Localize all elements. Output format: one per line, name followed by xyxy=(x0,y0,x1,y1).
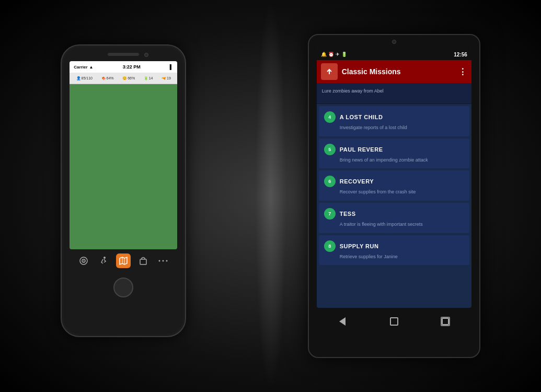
iphone-bottom-bar xyxy=(70,249,177,272)
mission-number-4: 4 xyxy=(324,111,336,123)
svg-point-44 xyxy=(159,260,160,262)
radio-tab-icon[interactable] xyxy=(76,253,91,268)
extra-value: 19 xyxy=(167,76,171,80)
mission-title-lost-child: A LOST CHILD xyxy=(340,114,383,120)
android-back-button[interactable] xyxy=(334,313,351,330)
mission-desc-lost-child: Investigate reports of a lost child xyxy=(340,125,464,131)
iphone-status-bar: Carrier ▲ 3:22 PM ▌ xyxy=(70,61,177,73)
population-value: 85/110 xyxy=(82,76,93,80)
previous-mission-text: Lure zombies away from Abel xyxy=(322,88,466,94)
morale-icon: 😊 xyxy=(122,76,127,80)
extra-stat: 🔫 19 xyxy=(162,76,171,80)
mission-item-supply-run[interactable]: 8 SUPPLY RUN Retrieve supplies for Janin… xyxy=(319,235,469,266)
iphone-screen: Carrier ▲ 3:22 PM ▌ 👤 85/110 🍖 64% 😊 66%… xyxy=(70,61,177,249)
mission-title-recovery: RECOVERY xyxy=(340,178,374,185)
center-light-beam xyxy=(255,0,286,392)
iphone-camera xyxy=(144,53,148,57)
android-action-bar: Classic Missions ⋮ xyxy=(317,60,471,83)
recents-icon xyxy=(442,318,449,325)
mission-desc-tess: A traitor is fleeing with important secr… xyxy=(340,222,464,228)
population-stat: 👤 85/110 xyxy=(76,76,93,80)
iphone-home-button[interactable] xyxy=(113,278,133,297)
plane-icon: ✈ xyxy=(336,52,340,57)
app-logo-icon xyxy=(321,63,338,80)
home-icon xyxy=(390,317,398,326)
iphone-stats-bar: 👤 85/110 🍖 64% 😊 66% 🔋 14 🔫 19 xyxy=(70,73,177,84)
morale-stat: 😊 66% xyxy=(122,76,135,80)
clock-icon: ⏰ xyxy=(328,52,334,57)
iphone-speaker xyxy=(108,53,139,56)
mission-header-supply-run: 8 SUPPLY RUN xyxy=(324,240,464,252)
food-value: 64% xyxy=(107,76,114,80)
wifi-icon: ▲ xyxy=(89,65,94,70)
mission-item-lost-child[interactable]: 4 A LOST CHILD Investigate reports of a … xyxy=(319,106,469,136)
mission-item-recovery[interactable]: 6 RECOVERY Recover supplies from the cra… xyxy=(319,170,469,201)
iphone-time: 3:22 PM xyxy=(123,64,141,70)
android-top-bezel xyxy=(309,35,479,49)
previous-mission-item[interactable]: Lure zombies away from Abel xyxy=(317,83,471,104)
iphone-device: Carrier ▲ 3:22 PM ▌ 👤 85/110 🍖 64% 😊 66%… xyxy=(61,44,186,337)
android-device: 🔔 ⏰ ✈ 🔋 12:56 Classic Missions ⋮ Lure zo… xyxy=(308,34,480,358)
mission-header-lost-child: 4 A LOST CHILD xyxy=(324,111,464,123)
supplies-stat: 🔋 14 xyxy=(144,76,153,80)
android-nav-bar xyxy=(317,310,471,333)
back-icon xyxy=(339,317,346,326)
map-tab-icon[interactable] xyxy=(116,253,131,268)
food-stat: 🍖 64% xyxy=(101,76,114,80)
carrier-label: Carrier xyxy=(74,65,87,70)
android-camera xyxy=(392,40,396,44)
extra-icon: 🔫 xyxy=(162,76,166,80)
bag-tab-icon[interactable] xyxy=(136,253,151,268)
android-recents-button[interactable] xyxy=(437,313,454,330)
more-tab-icon[interactable] xyxy=(156,253,170,268)
mission-title-tess: TESS xyxy=(340,211,356,217)
action-bar-title: Classic Missions xyxy=(342,67,454,76)
mission-number-8: 8 xyxy=(324,240,336,252)
svg-marker-40 xyxy=(120,257,127,264)
mission-header-paul-revere: 5 PAUL REVERE xyxy=(324,144,464,155)
population-icon: 👤 xyxy=(76,76,81,80)
svg-point-38 xyxy=(83,260,84,261)
mission-title-supply-run: SUPPLY RUN xyxy=(340,243,379,249)
mission-title-paul-revere: PAUL REVERE xyxy=(340,146,383,153)
mission-header-tess: 7 TESS xyxy=(324,208,464,220)
morale-value: 66% xyxy=(128,76,135,80)
android-home-button[interactable] xyxy=(386,313,402,330)
mission-number-7: 7 xyxy=(324,208,336,220)
mission-desc-recovery: Recover supplies from the crash site xyxy=(340,189,464,195)
alarm-icon: 🔔 xyxy=(321,52,327,57)
android-time: 12:56 xyxy=(454,52,467,57)
android-screen: 🔔 ⏰ ✈ 🔋 12:56 Classic Missions ⋮ Lure zo… xyxy=(317,49,471,308)
mission-header-recovery: 6 RECOVERY xyxy=(324,176,464,187)
svg-rect-43 xyxy=(140,259,146,264)
mission-number-6: 6 xyxy=(324,176,336,187)
mission-item-paul-revere[interactable]: 5 PAUL REVERE Bring news of an impending… xyxy=(319,139,469,169)
android-status-icons: 🔔 ⏰ ✈ 🔋 xyxy=(321,52,347,57)
missions-list: 4 A LOST CHILD Investigate reports of a … xyxy=(317,104,471,267)
mission-desc-supply-run: Retrieve supplies for Janine xyxy=(340,254,464,260)
mission-item-tess[interactable]: 7 TESS A traitor is fleeing with importa… xyxy=(319,203,469,233)
battery-icon: ▌ xyxy=(170,64,173,70)
svg-point-45 xyxy=(163,260,164,262)
mission-desc-paul-revere: Bring news of an impending zombie attack xyxy=(340,157,464,164)
supplies-icon: 🔋 xyxy=(144,76,148,80)
svg-point-46 xyxy=(166,260,168,262)
battery-icon: 🔋 xyxy=(341,52,347,57)
run-tab-icon[interactable] xyxy=(96,253,111,268)
food-icon: 🍖 xyxy=(101,76,106,80)
mission-number-5: 5 xyxy=(324,144,336,155)
svg-point-39 xyxy=(103,257,106,259)
android-status-bar: 🔔 ⏰ ✈ 🔋 12:56 xyxy=(317,49,471,60)
more-menu-button[interactable]: ⋮ xyxy=(458,67,467,77)
supplies-value: 14 xyxy=(149,76,153,80)
